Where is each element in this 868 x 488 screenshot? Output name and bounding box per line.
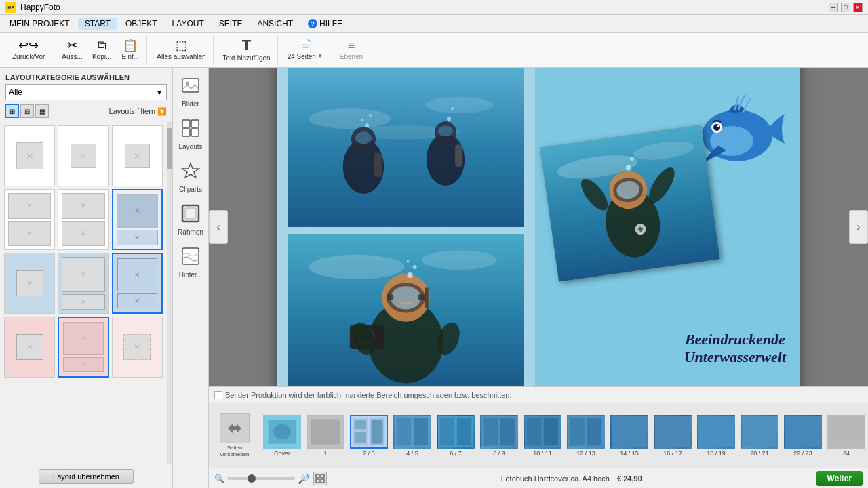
layouts-button[interactable]: Layouts: [173, 115, 208, 155]
tilted-photo[interactable]: [540, 125, 719, 281]
rahmen-button[interactable]: Rahmen: [173, 200, 208, 240]
filmstrip-page-16-17[interactable]: 16 / 17: [651, 413, 694, 458]
menu-ansicht[interactable]: ANSICHT: [250, 18, 300, 30]
svg-rect-5: [191, 120, 199, 127]
sidebar-filter-row: ⊞ ⊟ ▦ Layouts filtern 🔽: [5, 104, 167, 118]
canvas-wrap: ‹: [209, 68, 868, 386]
fit-page-button[interactable]: [313, 472, 327, 485]
photo-top[interactable]: [288, 68, 524, 227]
next-page-button[interactable]: ›: [849, 210, 868, 244]
maximize-button[interactable]: □: [841, 3, 850, 12]
filmstrip-page-22-23[interactable]: 22 / 23: [781, 413, 825, 458]
filmstrip-page-14-15[interactable]: 14 / 15: [608, 413, 651, 458]
hintergrund-button[interactable]: Hinter...: [173, 243, 208, 283]
cliparts-button[interactable]: Cliparts: [173, 157, 208, 197]
svg-rect-38: [425, 287, 429, 308]
photo-bottom[interactable]: [288, 234, 524, 386]
weiter-button[interactable]: Weiter: [816, 471, 863, 486]
layout-item[interactable]: ✕: [4, 317, 55, 378]
cut-button[interactable]: ✂ Auss...: [58, 37, 87, 62]
menu-seite[interactable]: SEITE: [212, 18, 250, 30]
bilder-label: Bilder: [182, 100, 199, 108]
menu-hilfe[interactable]: ? HILFE: [301, 18, 349, 30]
toolbar-select-group: ⬚ Alles auswählen: [150, 35, 213, 65]
view-medium-button[interactable]: ⊟: [20, 104, 34, 118]
layout-item-selected[interactable]: ✕ ✕: [112, 189, 163, 250]
view-large-button[interactable]: ▦: [35, 104, 49, 118]
filmstrip-page-20-21[interactable]: 20 / 21: [738, 413, 781, 458]
filmstrip-page-2-3[interactable]: 2 / 3: [347, 413, 391, 458]
layout-item[interactable]: ✕ ✕: [58, 317, 108, 378]
filmstrip-page-24[interactable]: 24: [825, 413, 868, 458]
film-thumb-18-19: [697, 415, 735, 449]
zoom-track[interactable]: [227, 477, 295, 480]
menu-start[interactable]: START: [78, 18, 117, 30]
filter-button[interactable]: Layouts filtern 🔽: [109, 107, 167, 116]
zoom-thumb[interactable]: [248, 474, 256, 483]
main-content: LAYOUTKATEGORIE AUSWÄHLEN Alle ▼ ⊞ ⊟ ▦ L…: [0, 68, 868, 488]
zoom-in-icon: 🔎: [298, 473, 309, 484]
pages-button[interactable]: 📄 24 Seiten ▼: [283, 37, 327, 62]
layouts-icon: [181, 119, 200, 142]
filmstrip-seiten-verschieben[interactable]: Seitenverschieben: [209, 412, 260, 459]
layout-item[interactable]: ✕ ✕: [58, 189, 108, 250]
film-thumb-22-23: [784, 415, 822, 449]
menu-objekt[interactable]: OBJEKT: [119, 18, 164, 30]
film-label-10-11: 10 / 11: [533, 450, 552, 457]
filmstrip-page-6-7[interactable]: 6 / 7: [434, 413, 477, 458]
film-label-cover: Cover: [274, 450, 290, 457]
layout-item[interactable]: ✕: [112, 125, 163, 186]
menu-layout[interactable]: LAYOUT: [165, 18, 211, 30]
undo-redo-button[interactable]: ↩↪ Zurück/Vor: [8, 37, 49, 62]
layout-item[interactable]: ✕: [4, 125, 55, 186]
prev-page-button[interactable]: ‹: [209, 210, 228, 244]
svg-point-27: [447, 117, 451, 121]
layout-grid: ✕ ✕ ✕ ✕: [0, 121, 167, 382]
svg-rect-72: [355, 420, 366, 429]
filmstrip-cover[interactable]: Cover: [260, 413, 304, 458]
svg-point-45: [413, 265, 417, 269]
film-thumb-6-7: [437, 415, 475, 449]
menu-mein-projekt[interactable]: MEIN PROJEKT: [3, 18, 77, 30]
text-icon: T: [242, 38, 251, 53]
svg-rect-91: [655, 415, 690, 447]
svg-rect-76: [397, 418, 411, 445]
title-bar: HF HappyFoto ─ □ ✕: [0, 0, 868, 15]
filmstrip-page-4-5[interactable]: 4 / 5: [391, 413, 434, 458]
layout-item[interactable]: ✕ ✕: [4, 189, 55, 250]
select-all-button[interactable]: ⬚ Alles auswählen: [153, 37, 210, 62]
minimize-button[interactable]: ─: [829, 3, 838, 12]
filmstrip-page-18-19[interactable]: 18 / 19: [694, 413, 738, 458]
svg-rect-97: [321, 474, 324, 478]
text-overlay[interactable]: Beeindruckende Unterwasserwelt: [684, 331, 786, 366]
status-checkbox[interactable]: [214, 391, 222, 399]
filmstrip-page-10-11[interactable]: 10 / 11: [521, 413, 564, 458]
category-dropdown[interactable]: Alle: [5, 84, 167, 100]
layout-item[interactable]: ✕: [112, 317, 163, 378]
svg-rect-83: [500, 418, 515, 445]
svg-point-28: [451, 107, 454, 110]
paste-button[interactable]: 📋 Einf...: [117, 37, 144, 62]
layout-item[interactable]: ✕: [4, 253, 55, 314]
sidebar-scrollbar-thumb[interactable]: [167, 128, 172, 169]
adopt-layout-button[interactable]: Layout übernehmen: [39, 469, 134, 484]
filmstrip-page-1[interactable]: 1: [304, 413, 347, 458]
menu-bar: MEIN PROJEKT START OBJEKT LAYOUT SEITE A…: [0, 15, 868, 33]
copy-button[interactable]: ⧉ Kopi...: [88, 37, 115, 62]
svg-point-30: [309, 255, 404, 279]
layout-item[interactable]: ✕ ✕: [58, 253, 108, 314]
close-button[interactable]: ✕: [853, 3, 863, 12]
add-text-button[interactable]: T Text hinzufügen: [219, 36, 275, 64]
price-label: Fotobuch Hardcover ca. A4 hoch: [501, 474, 610, 483]
filmstrip-page-8-9[interactable]: 8 / 9: [477, 413, 521, 458]
bilder-button[interactable]: Bilder: [173, 72, 208, 112]
sidebar-scrollbar[interactable]: [167, 121, 172, 464]
svg-point-24: [365, 123, 369, 127]
layout-item[interactable]: ✕: [58, 125, 108, 186]
film-thumb-8-9: [480, 415, 518, 449]
layers-button[interactable]: ≡ Ebenen: [336, 37, 367, 62]
view-small-button[interactable]: ⊞: [5, 104, 19, 118]
filmstrip-page-12-13[interactable]: 12 / 13: [564, 413, 608, 458]
whale-clipart[interactable]: [698, 95, 779, 163]
layout-item[interactable]: ✕ ✕: [112, 253, 163, 314]
